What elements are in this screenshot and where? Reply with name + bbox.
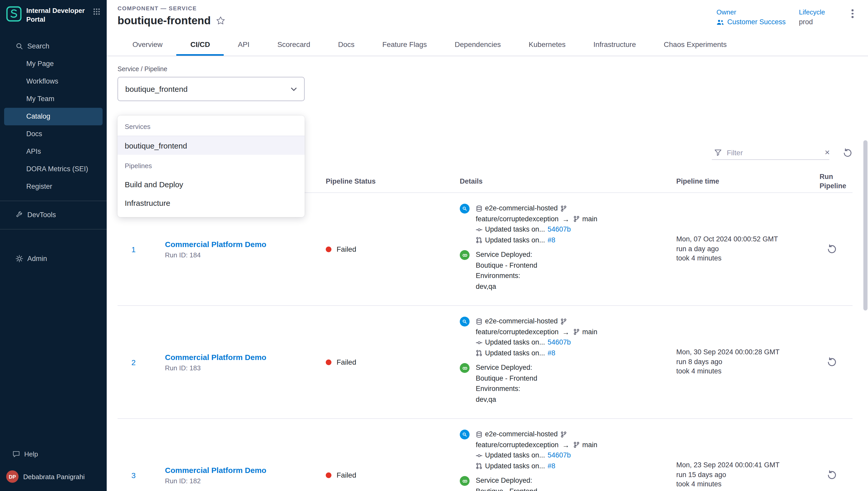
sidebar-item-dora-metrics[interactable]: DORA Metrics (SEI) (0, 161, 107, 178)
target-branch: main (582, 327, 597, 337)
team-people-icon (716, 19, 724, 25)
run-pipeline-button[interactable] (827, 470, 837, 480)
refresh-table-icon[interactable] (843, 148, 852, 157)
harness-logo-icon[interactable] (6, 6, 22, 22)
pull-request-icon (476, 237, 483, 244)
arrow-right-icon: → (561, 214, 570, 224)
tab-cicd[interactable]: CI/CD (177, 33, 224, 56)
pipeline-name-link[interactable]: Commercial Platform Demo (165, 239, 319, 248)
run-number[interactable]: 2 (118, 306, 150, 418)
tab-infrastructure[interactable]: Infrastructure (580, 33, 650, 56)
tab-chaos-experiments[interactable]: Chaos Experiments (650, 33, 741, 56)
sidebar-item-admin[interactable]: Admin (0, 250, 107, 268)
pr-link[interactable]: #8 (548, 461, 555, 471)
status-label: Failed (337, 245, 356, 253)
tab-scorecard[interactable]: Scorecard (264, 33, 324, 56)
sidebar-item-catalog[interactable]: Catalog (4, 108, 102, 125)
help-button[interactable]: Help (0, 448, 107, 460)
sidebar-nav: Search My Page Workflows My Team Catalog… (0, 38, 107, 196)
table-row: 3 Commercial Platform Demo Run ID: 182 F… (118, 419, 852, 491)
select-value: boutique_frontend (125, 85, 188, 93)
dropdown-option-build-and-deploy[interactable]: Build and Deploy (118, 175, 305, 194)
tab-kubernetes[interactable]: Kubernetes (515, 33, 579, 56)
details-cell: e2e-commercial-hosted feature/corruptede… (453, 193, 669, 305)
deploy-title: Service Deployed: (476, 475, 537, 486)
pr-message: Updated tasks on... (485, 461, 545, 471)
sidebar-divider (0, 229, 107, 230)
sidebar-item-label: DORA Metrics (SEI) (26, 165, 88, 173)
sidebar-divider (0, 201, 107, 201)
help-label: Help (24, 450, 38, 458)
sidebar-item-apis[interactable]: APIs (0, 143, 107, 161)
header-details: Details (453, 177, 669, 185)
dropdown-option-boutique-frontend[interactable]: boutique_frontend (118, 136, 305, 155)
owner-link[interactable]: Customer Success (727, 18, 786, 26)
status-cell: Failed (319, 306, 453, 418)
pipeline-name-link[interactable]: Commercial Platform Demo (165, 465, 319, 474)
sidebar-item-my-page[interactable]: My Page (0, 55, 107, 73)
filter-input[interactable] (727, 148, 820, 156)
cd-stage-icon (460, 363, 470, 373)
tab-api[interactable]: API (224, 33, 264, 56)
status-cell: Failed (319, 193, 453, 305)
sidebar-item-my-team[interactable]: My Team (0, 90, 107, 108)
repo-icon (476, 205, 483, 212)
arrow-right-icon: → (561, 327, 570, 337)
tab-feature-flags[interactable]: Feature Flags (369, 33, 441, 56)
pr-link[interactable]: #8 (548, 235, 555, 246)
tab-dependencies[interactable]: Dependencies (441, 33, 515, 56)
pipeline-dropdown: Services boutique_frontend Pipelines Bui… (118, 116, 305, 217)
tab-docs[interactable]: Docs (324, 33, 369, 56)
commit-link[interactable]: 54607b (548, 224, 571, 235)
status-cell: Failed (319, 419, 453, 491)
pull-request-icon (476, 463, 483, 470)
entity-tabs: Overview CI/CD API Scorecard Docs Featur… (107, 33, 868, 56)
pull-request-icon (476, 350, 483, 357)
sidebar-item-register[interactable]: Register (0, 178, 107, 196)
ci-stage-icon (460, 204, 470, 213)
run-number[interactable]: 3 (118, 419, 150, 491)
git-branch-icon (573, 216, 580, 223)
app-window: Internal Developer Portal Search My Page… (0, 0, 868, 491)
deploy-service: Boutique - Frontend (476, 260, 537, 271)
sidebar-item-search[interactable]: Search (0, 38, 107, 55)
run-pipeline-button[interactable] (827, 357, 837, 367)
lifecycle-block: Lifecycle prod (799, 5, 846, 26)
commit-icon (476, 452, 483, 459)
sidebar-item-label: Workflows (26, 78, 58, 85)
tab-overview[interactable]: Overview (119, 33, 177, 56)
service-pipeline-select[interactable]: boutique_frontend (118, 77, 305, 101)
avatar: DP (6, 470, 19, 483)
details-cell: e2e-commercial-hosted feature/corruptede… (453, 419, 669, 491)
filter-group: × (712, 145, 829, 160)
git-branch-icon (560, 205, 567, 212)
commit-link[interactable]: 54607b (548, 337, 571, 348)
page-title: boutique-frontend (118, 15, 211, 27)
filter-clear-icon[interactable]: × (825, 148, 830, 157)
source-branch: feature/corruptedexception (476, 214, 558, 224)
scrollbar-thumb[interactable] (863, 140, 867, 311)
app-switcher-grid-icon[interactable] (93, 6, 100, 18)
user-profile[interactable]: DP Debabrata Panigrahi (0, 470, 107, 491)
pr-link[interactable]: #8 (548, 348, 555, 358)
service-pipeline-label: Service / Pipeline (118, 65, 868, 73)
dropdown-option-infrastructure[interactable]: Infrastructure (118, 194, 305, 212)
pipeline-runs-table: Pipeline Status Details Pipeline time Ru… (118, 170, 852, 491)
commit-link[interactable]: 54607b (548, 450, 571, 461)
commit-message: Updated tasks on... (485, 224, 545, 235)
environments-title: Environments: (476, 271, 537, 281)
environments-value: dev,qa (476, 281, 537, 292)
pipeline-time-cell: Mon, 23 Sep 2024 00:00:41 GMT run 15 day… (669, 419, 819, 491)
run-id: Run ID: 182 (165, 477, 319, 485)
cd-stage-icon (460, 250, 470, 260)
sidebar-item-docs[interactable]: Docs (0, 125, 107, 143)
pipeline-name-link[interactable]: Commercial Platform Demo (165, 352, 319, 361)
run-pipeline-button[interactable] (827, 244, 837, 254)
kebab-menu-icon[interactable] (846, 5, 859, 18)
sidebar-item-devtools[interactable]: DevTools (0, 206, 107, 224)
breadcrumb: COMPONENT — SERVICE (118, 5, 716, 11)
dropdown-group-pipelines: Pipelines (118, 155, 305, 175)
sidebar-item-workflows[interactable]: Workflows (0, 73, 107, 90)
favorite-star-icon[interactable] (216, 16, 225, 25)
run-timestamp: Mon, 07 Oct 2024 00:00:52 GMT (676, 235, 819, 244)
